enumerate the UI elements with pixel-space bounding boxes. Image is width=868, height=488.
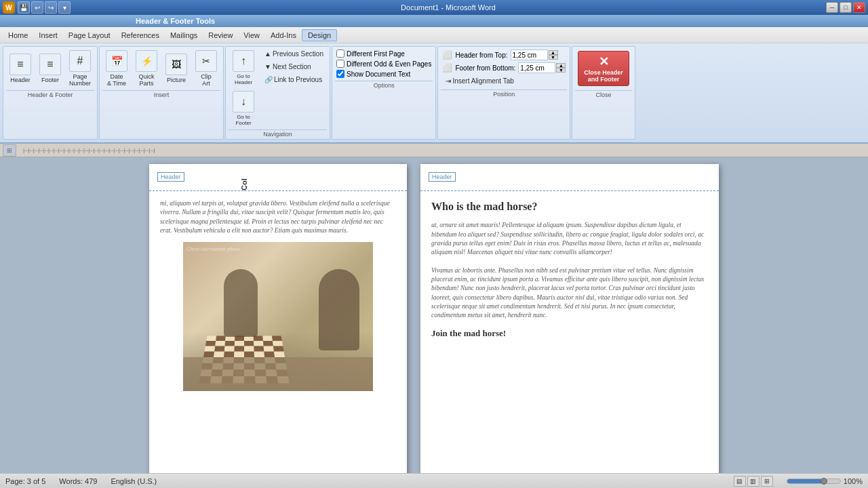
goto-footer-button[interactable]: ↓ Go toFooter [229,89,258,128]
menu-home[interactable]: Home [3,30,33,41]
document-area: Col Header mi, aliquam vel turpis at, vo… [0,157,868,488]
header-from-top-row: ⬜ Header from Top: ▲ ▼ [442,49,566,60]
date-time-button[interactable]: 📅 Date& Time [102,48,131,89]
menu-review[interactable]: Review [203,30,238,41]
minimize-button[interactable]: ─ [826,2,838,13]
header-button[interactable]: ≡ Header [6,52,35,85]
menu-addins[interactable]: Add-Ins [265,30,302,41]
header-top-spinner: ▲ ▼ [511,49,558,60]
window-controls: ─ □ ✕ [826,2,865,13]
quick-parts-button[interactable]: ⚡ QuickParts [132,48,161,89]
person-silhouette-2 [224,269,258,337]
clip-art-button[interactable]: ✂ ClipArt [192,48,220,89]
ribbon-group-position: ⬜ Header from Top: ▲ ▼ ⬜ Footer from Bot… [437,46,570,140]
page-number-icon: # [69,50,91,72]
position-items: ⬜ Header from Top: ▲ ▼ ⬜ Footer from Bot… [441,48,567,88]
word-count: Words: 479 [59,477,97,485]
zoom-fill [787,479,825,483]
menu-bar: Home Insert Page Layout References Maili… [0,27,868,43]
page-left-header: Header [149,164,407,191]
menu-view[interactable]: View [238,30,265,41]
footer-from-bottom-label: Footer from Bottom: [455,64,515,72]
header-top-up[interactable]: ▲ [549,50,558,55]
hf-buttons: ≡ Header ≡ Footer # PageNumber [6,48,94,89]
normal-view-button[interactable]: ▤ [734,476,746,487]
maximize-button[interactable]: □ [840,2,852,13]
document-title: Document1 - Microsoft Word [71,3,826,12]
page-number-button[interactable]: # PageNumber [66,48,94,89]
customize-icon[interactable]: ▾ [58,1,71,14]
different-odd-even-checkbox[interactable]: Different Odd & Even Pages [336,60,431,68]
footer-bottom-spinner: ▲ ▼ [518,62,566,73]
alignment-tab-icon: ⇥ [446,77,451,85]
footer-icon: ≡ [39,54,61,75]
chess-alt-text: Chess tournament photo [186,245,239,253]
col-label: Col [227,157,261,211]
ruler-corner: ⊞ [3,144,16,157]
office-logo-icon: W [3,1,15,14]
zoom-slider[interactable] [787,479,841,484]
header-top-input[interactable] [511,49,548,60]
header-icon: ≡ [9,54,31,75]
page-right-header: Header [420,164,719,191]
menu-insert[interactable]: Insert [33,30,63,41]
footer-bottom-spinners: ▲ ▼ [556,63,566,73]
page-info-text: Page: 3 of 5 [5,477,45,485]
word-count-text: Words: 479 [59,477,97,485]
insert-buttons: 📅 Date& Time ⚡ QuickParts 🖼 Picture ✂ Cl… [102,48,220,89]
page-right: Header Who is the mad horse? ut, ornare … [420,164,719,488]
quick-access-toolbar: 💾 ↩ ↪ ▾ [18,1,71,14]
next-section-button[interactable]: ▼ Next Section [261,61,327,73]
ribbon-group-header-footer: ≡ Header ≡ Footer # PageNumber Header & … [3,46,98,140]
picture-button[interactable]: 🖼 Picture [162,52,191,85]
navigation-group-title: Navigation [229,129,327,138]
header-top-down[interactable]: ▼ [549,55,558,60]
prev-section-button[interactable]: ▲ Previous Section [261,48,327,60]
show-document-text-checkbox[interactable]: Show Document Text [336,70,431,78]
goto-header-button[interactable]: ↑ Go toHeader [229,48,258,87]
picture-icon: 🖼 [165,54,187,75]
link-previous-button[interactable]: 🔗 Link to Previous [261,74,327,85]
nav-buttons: ↑ Go toHeader ↓ Go toFooter ▲ Previous S… [229,48,327,128]
ruler: ⊞ |--|--|--|--|--|--|--|--|--|--|--|--|-… [0,144,868,157]
title-bar: W 💾 ↩ ↪ ▾ Document1 - Microsoft Word ─ □… [0,0,868,15]
ruler-marks: |--|--|--|--|--|--|--|--|--|--|--|--|--|… [16,147,865,153]
close-window-button[interactable]: ✕ [853,2,865,13]
menu-mailings[interactable]: Mailings [165,30,203,41]
page-left-header-label: Header [157,172,184,182]
zoom-thumb[interactable] [821,478,827,485]
insert-alignment-tab-button[interactable]: ⇥ Insert Alignment Tab [442,75,566,87]
page-right-paragraph2: Vivamus ac lobortis ante. Phasellus non … [431,266,708,321]
different-first-page-checkbox[interactable]: Different First Page [336,49,431,58]
footer-bottom-input[interactable] [518,62,555,73]
save-icon[interactable]: 💾 [18,1,30,14]
menu-design[interactable]: Design [302,29,337,41]
menu-page-layout[interactable]: Page Layout [63,30,116,41]
page-right-header-label: Header [429,172,456,182]
link-icon: 🔗 [264,76,273,83]
footer-from-bottom-row: ⬜ Footer from Bottom: ▲ ▼ [442,62,566,73]
redo-icon[interactable]: ↪ [45,1,57,14]
web-view-button[interactable]: ⊞ [761,476,773,487]
footer-bottom-up[interactable]: ▲ [556,63,566,68]
insert-group-title: Insert [102,90,220,98]
footer-bottom-down[interactable]: ▼ [556,68,566,73]
language: English (U.S.) [111,477,157,485]
print-view-button[interactable]: ▥ [747,476,760,487]
chess-image: Chess tournament photo [183,242,373,391]
hf-tools-title: Header & Footer Tools [136,17,215,25]
nav-section-buttons: ▲ Previous Section ▼ Next Section 🔗 Link… [261,48,327,128]
date-time-icon: 📅 [106,50,127,72]
zoom-percent: 100% [844,477,863,485]
header-top-icon: ⬜ [442,50,452,60]
next-section-icon: ▼ [264,63,271,70]
menu-references[interactable]: References [116,30,165,41]
hf-group-title: Header & Footer [6,90,94,98]
goto-footer-icon: ↓ [233,91,254,113]
footer-button[interactable]: ≡ Footer [36,52,64,85]
header-top-spinners: ▲ ▼ [549,50,558,60]
close-hf-icon: ✕ [599,54,609,69]
undo-icon[interactable]: ↩ [31,1,43,14]
close-header-footer-button[interactable]: ✕ Close Headerand Footer [578,51,629,86]
page-left: Header mi, aliquam vel turpis at, volutp… [149,164,407,488]
